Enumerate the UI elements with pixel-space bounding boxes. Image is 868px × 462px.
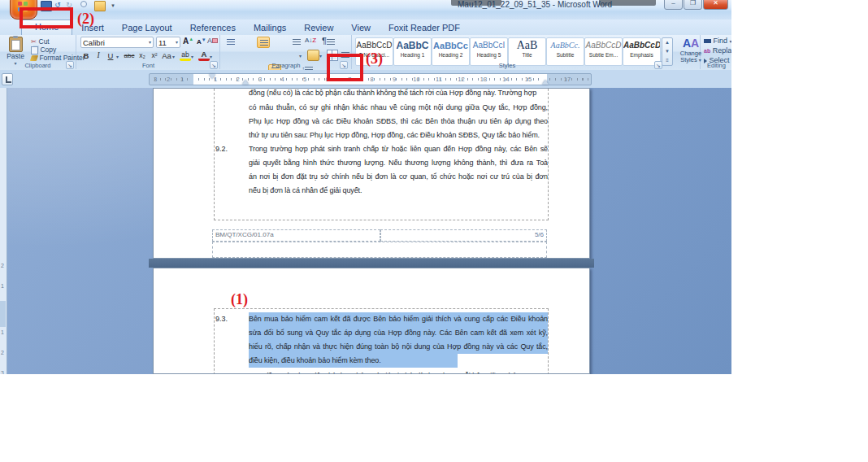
- document-page-2[interactable]: 9.3. Bên mua bảo hiểm cam kết đã được Bê…: [153, 268, 590, 374]
- document-line-selected[interactable]: sửa đổi bổ sung và Quy tắc áp dụng của H…: [249, 326, 548, 340]
- font-size-combo[interactable]: 11▾: [156, 37, 180, 48]
- shading-button[interactable]: [307, 50, 319, 61]
- right-indent-marker[interactable]: [542, 80, 549, 85]
- restore-button[interactable]: ❐: [684, 0, 702, 10]
- clipboard-dialog-launcher[interactable]: ↘: [66, 61, 74, 69]
- tab-stop-icon: [6, 76, 11, 83]
- styles-dialog-launcher[interactable]: ↘: [654, 61, 662, 69]
- font-name-dropdown-icon: ▾: [149, 37, 151, 48]
- document-page-1[interactable]: đồng (nếu có) là các bộ phận cấu thành k…: [153, 88, 590, 259]
- document-line[interactable]: thứ tự ưu tiên sau: Phụ lục Hợp đồng, Hợ…: [249, 129, 548, 142]
- clear-formatting-button[interactable]: A: [207, 37, 218, 45]
- annotation-label-1: (1): [231, 291, 248, 308]
- paste-button[interactable]: Paste ▾: [2, 37, 28, 59]
- copy-label: Copy: [40, 46, 56, 54]
- vertical-ruler[interactable]: 2 1 1 2 3: [0, 88, 7, 374]
- font-color-dropdown-icon: ▾: [210, 54, 212, 59]
- document-line[interactable]: Trong trường hợp phát sinh tranh chấp từ…: [249, 142, 548, 156]
- paragraph-number-9-3[interactable]: 9.3.: [215, 312, 228, 326]
- decrease-indent-icon: [327, 39, 335, 46]
- font-color-button[interactable]: A: [198, 50, 210, 61]
- bullets-button[interactable]: [224, 37, 237, 48]
- vruler-number: 1: [1, 283, 4, 289]
- open-button[interactable]: [94, 1, 106, 11]
- shrink-font-button[interactable]: A▼: [197, 38, 206, 46]
- ruler-number: 2: [236, 76, 239, 83]
- replace-label: Replace: [713, 46, 731, 54]
- font-group: Calibri▾ 11▾ A▲ A▼ A B I U ▾ abc x₂ x² A…: [77, 35, 220, 69]
- tab-stop-selector[interactable]: [2, 73, 13, 85]
- vruler-number: 1: [1, 329, 4, 335]
- footer-left-box[interactable]: BM/QT/XCG/01.07a: [212, 229, 380, 242]
- change-styles-label-2: Styles: [680, 56, 697, 63]
- numbering-button[interactable]: [257, 37, 270, 48]
- grow-font-button[interactable]: A▲: [183, 37, 193, 46]
- multilevel-list-icon: [293, 39, 301, 46]
- underline-dropdown-icon[interactable]: ▾: [116, 54, 119, 59]
- window-title: Mau12_01_22_09_51_35 - Microsoft Word: [458, 0, 612, 9]
- hanging-indent-marker[interactable]: [242, 80, 249, 85]
- tab-page-layout[interactable]: Page Layout: [113, 21, 181, 35]
- annotation-label-3: (3): [366, 50, 383, 68]
- font-dialog-launcher[interactable]: ↘: [210, 61, 218, 69]
- document-line-selected[interactable]: Bên mua bảo hiểm cam kết đã được Bên bảo…: [249, 312, 548, 326]
- ruler-number: 17: [564, 76, 571, 83]
- find-label: Find: [714, 37, 728, 45]
- paragraph-number-9-2[interactable]: 9.2.: [215, 142, 228, 156]
- tab-view[interactable]: View: [342, 21, 380, 35]
- font-size-value: 11: [158, 38, 167, 47]
- document-line[interactable]: nếu bị đơn là cá nhân để giải quyết.: [249, 184, 548, 198]
- ruler-number: 15: [525, 76, 532, 83]
- document-line[interactable]: có mâu thuẫn, có sự ghi nhận khác nhau v…: [249, 101, 548, 115]
- superscript-button[interactable]: x²: [149, 50, 160, 61]
- text-highlight-button[interactable]: ab: [180, 50, 191, 61]
- annotation-box-paragraph-launcher: [327, 54, 363, 81]
- ruler-number: 10: [413, 76, 419, 83]
- bold-button[interactable]: B: [80, 50, 92, 61]
- underline-button[interactable]: U: [105, 50, 116, 61]
- replace-button[interactable]: ab Replace: [704, 46, 731, 54]
- clipboard-group-label: Clipboard: [0, 62, 76, 69]
- document-area[interactable]: 2 1 1 2 3 đồng (nếu có) là các bộ phận c…: [0, 88, 731, 374]
- document-line[interactable]: Hợp đồng này được lập thành 06 bản, có g…: [249, 369, 548, 374]
- font-name-combo[interactable]: Calibri▾: [80, 37, 154, 48]
- ruler-number: 3: [258, 76, 262, 83]
- change-case-button[interactable]: Aa: [161, 50, 172, 61]
- document-line[interactable]: giải quyết bằng hình thức thương lượng. …: [249, 156, 548, 170]
- sort-button[interactable]: A↓Z: [305, 37, 316, 44]
- document-line[interactable]: Phụ lục Hợp đồng và các Điều khoản SĐBS,…: [249, 115, 548, 129]
- cut-button[interactable]: ✂ Cut: [31, 37, 50, 46]
- footer-doc-code: BM/QT/XCG/01.07a: [213, 230, 380, 240]
- print-preview-button[interactable]: [80, 1, 87, 7]
- minimize-button[interactable]: –: [664, 0, 683, 10]
- editing-group: Find ▾ ab Replace Select Editing: [701, 35, 731, 69]
- ruler-number: 4: [280, 76, 284, 83]
- ruler-row: 3 2 1 1 2 3 4 5 6 7 8 9 10 11 12 13 14 1…: [0, 70, 731, 88]
- tab-references[interactable]: References: [181, 21, 245, 35]
- horizontal-ruler[interactable]: 3 2 1 1 2 3 4 5 6 7 8 9 10 11 12 13 14 1…: [149, 73, 592, 85]
- paste-label: Paste: [2, 52, 28, 60]
- tab-review[interactable]: Review: [295, 21, 342, 35]
- page-gap: [149, 259, 594, 268]
- qat-customize-button[interactable]: ▾: [108, 1, 118, 10]
- ruler-number: 13: [480, 76, 487, 83]
- italic-button[interactable]: I: [93, 50, 104, 61]
- footer-area-box: [212, 242, 547, 258]
- tab-mailings[interactable]: Mailings: [245, 21, 295, 35]
- multilevel-list-button[interactable]: [290, 37, 303, 48]
- text-highlight-dropdown-icon: ▾: [191, 54, 193, 59]
- find-button[interactable]: Find ▾: [704, 37, 731, 45]
- close-button[interactable]: ✕: [703, 0, 728, 10]
- strikethrough-button[interactable]: abc: [124, 50, 135, 61]
- footer-right-box[interactable]: 5/6: [380, 229, 547, 242]
- styles-gallery-scroll[interactable]: ▲▼≡: [662, 37, 673, 66]
- document-line-selected[interactable]: hiểu rõ, chấp nhận và thực hiện đúng toà…: [249, 340, 548, 354]
- document-line-selected[interactable]: điều kiện, điều khoản bảo hiểm kèm theo.: [249, 354, 458, 368]
- document-line[interactable]: đồng (nếu có) là các bộ phận cấu thành k…: [249, 88, 548, 100]
- document-line[interactable]: án nơi bị đơn đặt trụ sở chính nếu bị đơ…: [249, 170, 548, 184]
- tab-foxit-reader-pdf[interactable]: Foxit Reader PDF: [380, 21, 469, 35]
- subscript-button[interactable]: x₂: [137, 50, 148, 61]
- show-hide-button[interactable]: ¶: [322, 36, 327, 46]
- paragraph-number-9-4[interactable]: 9.4.: [215, 369, 228, 374]
- first-line-indent-marker[interactable]: [209, 74, 215, 79]
